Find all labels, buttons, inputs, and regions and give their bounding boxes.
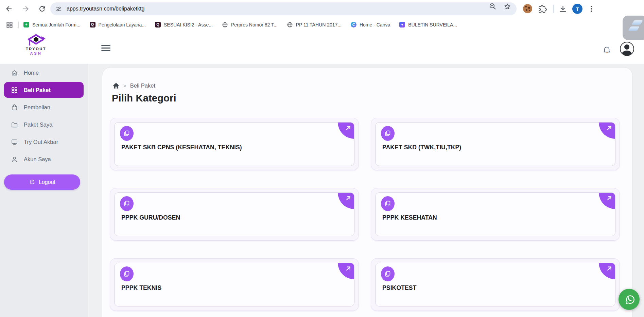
- sidebar-item-beli-paket[interactable]: Beli Paket: [4, 82, 84, 98]
- canva-icon: C: [351, 22, 356, 27]
- logo-text-line2: ASN: [20, 51, 52, 55]
- arrow-up-right-icon: [606, 265, 612, 272]
- extensions-icon[interactable]: [538, 5, 546, 13]
- category-card[interactable]: PAKET SKD (TWK,TIU,TKP): [371, 118, 620, 170]
- arrow-up-right-icon: [345, 195, 351, 201]
- open-category-corner[interactable]: [599, 263, 615, 279]
- whatsapp-button[interactable]: [619, 289, 640, 310]
- download-icon[interactable]: [559, 5, 567, 13]
- breadcrumb-home-icon[interactable]: [112, 82, 120, 89]
- sheets-icon: +: [23, 22, 29, 27]
- bookmark-item[interactable]: + Semua Jumlah Form...: [23, 22, 81, 27]
- back-icon[interactable]: [5, 5, 13, 13]
- category-label: PAKET SKB CPNS (KESEHATAN, TEKNIS): [121, 144, 242, 151]
- logout-button[interactable]: Logout: [4, 174, 80, 190]
- copy-stack-icon: [381, 126, 395, 141]
- category-label: PPPK TEKNIS: [121, 284, 161, 292]
- open-category-corner[interactable]: [338, 263, 354, 279]
- heart-icon: ♥: [399, 22, 405, 27]
- bookmarks-bar: + Semua Jumlah Form... Q Pengelolaan Lay…: [0, 18, 644, 32]
- browser-toolbar: apps.tryoutasn.com/belipaketktg: [0, 0, 644, 18]
- category-label: PPPK GURU/DOSEN: [121, 214, 180, 221]
- s-logo-icon: [631, 20, 643, 25]
- sidebar-item-home[interactable]: Home: [4, 65, 84, 80]
- open-category-corner[interactable]: [338, 192, 354, 209]
- main-content-panel: > Beli Paket Pilih Kategori PAKET SKB CP…: [102, 67, 633, 317]
- bookmark-item[interactable]: C Home - Canva: [351, 22, 390, 27]
- browser-profile-avatar[interactable]: T: [572, 4, 582, 14]
- page-title: Pilih Kategori: [112, 93, 176, 104]
- q-icon: Q: [155, 22, 161, 27]
- bookmark-item[interactable]: ♥ BULETIN SURVEILA...: [399, 22, 457, 27]
- breadcrumb-current[interactable]: Beli Paket: [130, 82, 155, 89]
- category-card[interactable]: PAKET SKB CPNS (KESEHATAN, TEKNIS): [110, 118, 359, 170]
- sidebar-item-paket-saya[interactable]: Paket Saya: [4, 117, 84, 132]
- tryout-asn-logo[interactable]: TRYOUT ASN: [20, 34, 52, 55]
- site-settings-icon[interactable]: [55, 5, 62, 13]
- category-card[interactable]: PPPK KESEHATAN: [371, 188, 620, 241]
- category-card[interactable]: PPPK TEKNIS: [110, 258, 359, 311]
- bookmark-star-icon[interactable]: [503, 2, 511, 11]
- copy-stack-icon: [381, 196, 395, 211]
- bookmark-item[interactable]: Q SESUAI KISI2 - Asse...: [155, 22, 213, 27]
- browser-window: apps.tryoutasn.com/belipaketktg: [0, 0, 644, 317]
- sidebar: Home Beli Paket Pembelian: [0, 64, 88, 317]
- breadcrumb-separator: >: [123, 83, 126, 89]
- extension-overlay[interactable]: [623, 16, 644, 40]
- s-logo-icon: [628, 26, 640, 31]
- notifications-bell-icon[interactable]: [602, 45, 611, 54]
- graduation-cap-icon: [26, 34, 46, 46]
- copy-stack-icon: [381, 266, 395, 281]
- category-grid: PAKET SKB CPNS (KESEHATAN, TEKNIS): [110, 118, 620, 311]
- q-icon: Q: [90, 22, 95, 27]
- apps-grid-icon[interactable]: [6, 21, 13, 28]
- browser-menu-icon[interactable]: [589, 5, 593, 13]
- sidebar-item-try-out-akbar[interactable]: Try Out Akbar: [4, 134, 84, 150]
- copy-stack-icon: [120, 266, 134, 281]
- category-card[interactable]: PSIKOTEST: [371, 258, 620, 311]
- url-bar[interactable]: apps.tryoutasn.com/belipaketktg: [50, 2, 517, 15]
- sidebar-item-akun-saya[interactable]: Akun Saya: [4, 151, 84, 167]
- zoom-out-icon[interactable]: [489, 2, 497, 11]
- user-avatar[interactable]: [620, 42, 634, 56]
- arrow-up-right-icon: [345, 265, 351, 272]
- category-label: PSIKOTEST: [382, 284, 416, 292]
- arrow-up-right-icon: [606, 195, 612, 201]
- category-label: PAKET SKD (TWK,TIU,TKP): [382, 144, 461, 151]
- globe-icon: [222, 22, 228, 28]
- app-header: TRYOUT ASN: [0, 32, 644, 64]
- globe-icon: [287, 22, 293, 28]
- bookmark-item[interactable]: Perpres Nomor 82 T...: [222, 22, 278, 28]
- open-category-corner[interactable]: [599, 122, 615, 139]
- category-card[interactable]: PPPK GURU/DOSEN: [110, 188, 359, 241]
- bookmark-item[interactable]: Q Pengelolaan Layana...: [90, 22, 146, 27]
- copy-stack-icon: [120, 196, 134, 211]
- arrow-up-right-icon: [345, 125, 351, 131]
- copy-stack-icon: [120, 126, 134, 141]
- power-icon: [29, 179, 35, 185]
- bookmark-item[interactable]: PP 11 TAHUN 2017...: [287, 22, 342, 28]
- page-body: Home Beli Paket Pembelian: [0, 64, 644, 317]
- category-label: PPPK KESEHATAN: [382, 214, 437, 221]
- toolbar-divider: [553, 5, 554, 13]
- open-category-corner[interactable]: [599, 192, 615, 209]
- cookie-icon[interactable]: [523, 4, 532, 13]
- whatsapp-icon: [623, 293, 635, 305]
- sidebar-item-pembelian[interactable]: Pembelian: [4, 99, 84, 115]
- bookmarks-divider: [18, 21, 19, 28]
- logo-text-line1: TRYOUT: [20, 47, 52, 51]
- arrow-up-right-icon: [606, 125, 612, 131]
- breadcrumb: > Beli Paket: [112, 82, 155, 89]
- sidebar-toggle-icon[interactable]: [101, 45, 110, 51]
- reload-icon[interactable]: [38, 5, 46, 13]
- open-category-corner[interactable]: [338, 122, 354, 139]
- url-text[interactable]: apps.tryoutasn.com/belipaketktg: [67, 6, 144, 12]
- forward-icon[interactable]: [22, 5, 30, 13]
